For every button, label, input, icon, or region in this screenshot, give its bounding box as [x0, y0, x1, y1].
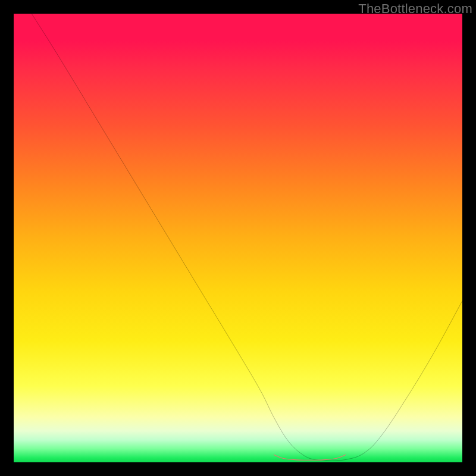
chart-container: TheBottleneck.com: [0, 0, 476, 476]
chart-svg: [14, 14, 462, 462]
plot-area: [14, 14, 462, 462]
bottleneck-curve: [32, 14, 462, 461]
optimal-segment: [274, 455, 346, 460]
